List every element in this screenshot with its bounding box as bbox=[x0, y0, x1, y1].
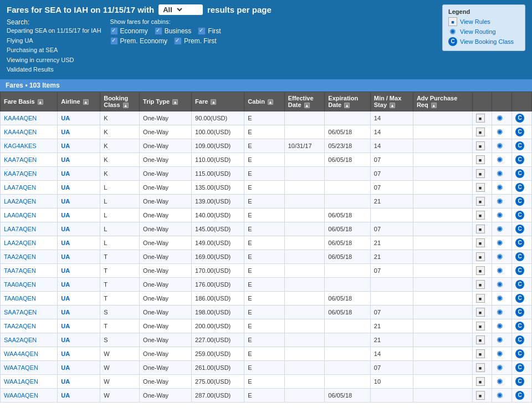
col-booking-class[interactable]: BookingClass ▲ bbox=[100, 91, 140, 111]
cell-rules-action[interactable]: ■ bbox=[472, 389, 492, 403]
cell-rules-action[interactable]: ■ bbox=[472, 306, 492, 319]
view-booking-class-icon[interactable]: C bbox=[515, 280, 524, 289]
cell-fare-basis[interactable]: SAA2AQEN bbox=[1, 333, 58, 347]
cell-booking-class-action[interactable]: C bbox=[512, 278, 532, 292]
sort-eff-icon[interactable]: ▲ bbox=[304, 103, 310, 108]
view-rules-icon[interactable]: ■ bbox=[476, 128, 485, 136]
cell-rules-action[interactable]: ■ bbox=[472, 111, 492, 125]
cell-rules-action[interactable]: ■ bbox=[472, 139, 492, 153]
legend-view-booking-class[interactable]: C View Booking Class bbox=[448, 37, 519, 46]
view-routing-icon[interactable]: ✺ bbox=[495, 238, 504, 247]
view-routing-icon[interactable]: ✺ bbox=[495, 294, 504, 303]
view-rules-icon[interactable]: ■ bbox=[476, 377, 485, 386]
col-adv-req[interactable]: Adv PurchaseReq ▲ bbox=[413, 91, 472, 111]
cell-routing-action[interactable]: ✺ bbox=[492, 319, 512, 333]
view-rules-icon[interactable]: ■ bbox=[476, 308, 485, 317]
view-routing-icon[interactable]: ✺ bbox=[495, 280, 504, 289]
view-routing-icon[interactable]: ✺ bbox=[495, 266, 504, 275]
business-checkbox[interactable] bbox=[155, 27, 162, 35]
view-rules-icon[interactable]: ■ bbox=[476, 266, 485, 275]
cell-routing-action[interactable]: ✺ bbox=[492, 208, 512, 222]
cell-routing-action[interactable]: ✺ bbox=[492, 389, 512, 403]
sort-trip-icon[interactable]: ▲ bbox=[172, 99, 178, 105]
view-booking-class-icon[interactable]: C bbox=[515, 349, 524, 358]
view-rules-icon[interactable]: ■ bbox=[476, 280, 485, 289]
view-booking-class-icon[interactable]: C bbox=[515, 114, 524, 123]
view-booking-class-icon[interactable]: C bbox=[515, 183, 524, 192]
view-booking-class-icon[interactable]: C bbox=[515, 335, 524, 344]
view-rules-icon[interactable]: ■ bbox=[476, 322, 485, 330]
cell-fare-basis[interactable]: TAA0AQEN bbox=[1, 292, 58, 306]
view-rules-icon[interactable]: ■ bbox=[476, 349, 485, 358]
results-per-page-wrapper[interactable]: All 10 25 50 100 ▲▼ bbox=[158, 4, 203, 15]
cell-fare-basis[interactable]: LAA2AQEN bbox=[1, 236, 58, 250]
view-routing-icon[interactable]: ✺ bbox=[495, 197, 504, 206]
cell-rules-action[interactable]: ■ bbox=[472, 347, 492, 361]
cell-booking-class-action[interactable]: C bbox=[512, 153, 532, 167]
view-booking-class-icon[interactable]: C bbox=[515, 155, 524, 164]
view-routing-icon[interactable]: ✺ bbox=[495, 308, 504, 317]
view-rules-icon[interactable]: ■ bbox=[476, 225, 485, 233]
first-checkbox[interactable] bbox=[198, 27, 206, 35]
cell-booking-class-action[interactable]: C bbox=[512, 181, 532, 195]
cell-rules-action[interactable]: ■ bbox=[472, 195, 492, 208]
cell-booking-class-action[interactable]: C bbox=[512, 264, 532, 278]
view-routing-icon[interactable]: ✺ bbox=[495, 349, 504, 358]
cell-routing-action[interactable]: ✺ bbox=[492, 153, 512, 167]
cell-fare-basis[interactable]: LAA0AQEN bbox=[1, 208, 58, 222]
cell-rules-action[interactable]: ■ bbox=[472, 153, 492, 167]
cell-fare-basis[interactable]: KAA7AQEN bbox=[1, 167, 58, 181]
cell-routing-action[interactable]: ✺ bbox=[492, 361, 512, 375]
cell-booking-class-action[interactable]: C bbox=[512, 195, 532, 208]
cell-rules-action[interactable]: ■ bbox=[472, 222, 492, 236]
cell-booking-class-action[interactable]: C bbox=[512, 389, 532, 403]
col-trip-type[interactable]: Trip Type ▲ bbox=[140, 91, 192, 111]
view-rules-icon[interactable]: ■ bbox=[476, 155, 485, 164]
col-exp-date[interactable]: ExpirationDate ▲ bbox=[325, 91, 370, 111]
cabin-prem-economy[interactable]: Prem. Economy bbox=[110, 37, 167, 45]
sort-adv-icon[interactable]: ▲ bbox=[431, 103, 437, 108]
cell-rules-action[interactable]: ■ bbox=[472, 236, 492, 250]
view-rules-icon[interactable]: ■ bbox=[476, 391, 485, 400]
view-booking-class-icon[interactable]: C bbox=[515, 252, 524, 261]
cell-fare-basis[interactable]: LAA7AQEN bbox=[1, 222, 58, 236]
sort-fare-icon[interactable]: ▲ bbox=[211, 99, 216, 105]
view-booking-class-icon[interactable]: C bbox=[515, 169, 524, 178]
cell-routing-action[interactable]: ✺ bbox=[492, 167, 512, 181]
view-rules-icon[interactable]: ■ bbox=[476, 197, 485, 206]
view-booking-class-icon[interactable]: C bbox=[515, 363, 524, 372]
cell-booking-class-action[interactable]: C bbox=[512, 375, 532, 389]
legend-view-rules[interactable]: ■ View Rules bbox=[448, 17, 519, 26]
cell-fare-basis[interactable]: WAA7AQEN bbox=[1, 361, 58, 375]
cell-routing-action[interactable]: ✺ bbox=[492, 250, 512, 264]
cell-fare-basis[interactable]: WAA0AQEN bbox=[1, 389, 58, 403]
economy-checkbox[interactable] bbox=[110, 27, 118, 35]
sort-cabin-icon[interactable]: ▲ bbox=[268, 99, 273, 105]
view-rules-icon[interactable]: ■ bbox=[476, 183, 485, 192]
cell-routing-action[interactable]: ✺ bbox=[492, 375, 512, 389]
view-routing-icon[interactable]: ✺ bbox=[495, 363, 504, 372]
cabin-prem-first[interactable]: Prem. First bbox=[174, 37, 217, 45]
view-booking-class-icon[interactable]: C bbox=[515, 238, 524, 247]
view-rules-icon[interactable]: ■ bbox=[476, 238, 485, 247]
cell-fare-basis[interactable]: KAG4AKES bbox=[1, 139, 58, 153]
view-rules-icon[interactable]: ■ bbox=[476, 363, 485, 372]
col-airline[interactable]: Airline ▲ bbox=[58, 91, 100, 111]
view-booking-class-icon[interactable]: C bbox=[515, 377, 524, 386]
cell-routing-action[interactable]: ✺ bbox=[492, 347, 512, 361]
view-routing-icon[interactable]: ✺ bbox=[495, 183, 504, 192]
view-rules-icon[interactable]: ■ bbox=[476, 294, 485, 303]
cell-booking-class-action[interactable]: C bbox=[512, 125, 532, 139]
results-per-page-select[interactable]: All 10 25 50 100 bbox=[161, 5, 184, 14]
view-routing-icon[interactable]: ✺ bbox=[495, 322, 504, 330]
prem-economy-checkbox[interactable] bbox=[110, 37, 118, 45]
view-booking-class-icon[interactable]: C bbox=[515, 322, 524, 330]
view-routing-icon[interactable]: ✺ bbox=[495, 225, 504, 233]
view-routing-icon[interactable]: ✺ bbox=[495, 128, 504, 136]
cell-rules-action[interactable]: ■ bbox=[472, 264, 492, 278]
view-rules-icon[interactable]: ■ bbox=[476, 252, 485, 261]
cell-routing-action[interactable]: ✺ bbox=[492, 195, 512, 208]
sort-airline-icon[interactable]: ▲ bbox=[83, 99, 89, 105]
cell-rules-action[interactable]: ■ bbox=[472, 361, 492, 375]
cell-rules-action[interactable]: ■ bbox=[472, 292, 492, 306]
